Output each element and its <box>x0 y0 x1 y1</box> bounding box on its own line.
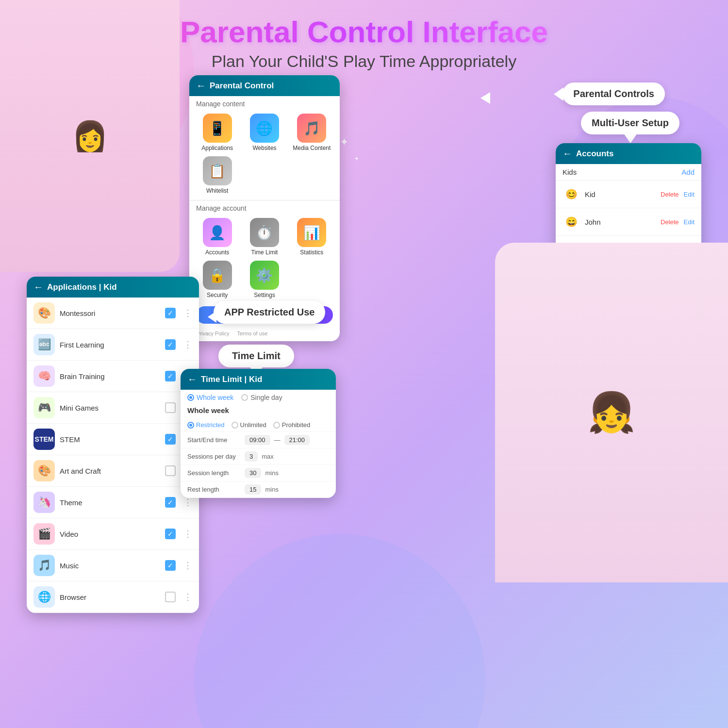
restricted-option[interactable]: Restricted <box>187 421 225 429</box>
braintraining-name: Brain Training <box>60 372 160 381</box>
tab-whole-week[interactable]: Whole week <box>187 394 233 401</box>
john-actions: Delete Edit <box>661 218 695 226</box>
restriction-radio-group: Restricted Unlimited Prohibited <box>187 421 310 429</box>
artcraft-checkbox[interactable] <box>165 465 176 476</box>
websites-label: Websites <box>252 145 276 151</box>
app-item-browser: 🌐 Browser ⋮ <box>27 581 199 613</box>
artcraft-name: Art and Craft <box>60 467 160 475</box>
minigames-name: Mini Games <box>60 404 160 412</box>
icon-item-security[interactable]: 🔒 Security <box>196 261 238 298</box>
artcraft-icon: 🎨 <box>33 460 55 481</box>
icon-item-whitelist[interactable]: 📋 Whitelist <box>196 156 238 194</box>
websites-icon: 🌐 <box>250 114 279 143</box>
multi-user-callout: Multi-User Setup <box>581 112 679 134</box>
icon-item-websites[interactable]: 🌐 Websites <box>243 114 285 151</box>
multi-user-text: Multi-User Setup <box>592 117 669 128</box>
minigames-checkbox[interactable] <box>165 402 176 413</box>
kid-actions: Delete Edit <box>661 191 695 198</box>
session-length-value[interactable]: 30 <box>245 468 261 478</box>
sessions-unit: max <box>262 453 274 460</box>
media-icon: 🎵 <box>297 114 326 143</box>
unlimited-option[interactable]: Unlimited <box>232 421 266 429</box>
back-arrow-icon[interactable]: ← <box>196 80 206 91</box>
add-kid-button[interactable]: Add <box>681 168 695 176</box>
app-item-firstlearning: 🔤 First Learning ✓ ⋮ <box>27 329 199 361</box>
end-time-value[interactable]: 21:00 <box>284 435 310 445</box>
theme-more[interactable]: ⋮ <box>183 497 192 508</box>
sessions-label: Sessions per day <box>187 453 241 460</box>
montessori-checkbox[interactable]: ✓ <box>165 308 176 318</box>
timelimit-back-arrow[interactable]: ← <box>187 374 197 385</box>
tl-rest-length-row: Rest length 15 mins <box>181 481 336 498</box>
accounts-header: ← Accounts <box>556 143 701 164</box>
apps-title: Applications | Kid <box>47 282 117 292</box>
timelimit-tabs: Whole week Single day <box>181 390 336 405</box>
video-checkbox[interactable]: ✓ <box>165 529 176 539</box>
terms-link[interactable]: Terms of use <box>237 331 267 336</box>
kid-edit-button[interactable]: Edit <box>684 191 695 198</box>
manage-account-label: Manage account <box>189 200 340 214</box>
parental-control-title: Parental Control <box>210 81 274 91</box>
parental-controls-text: Parental Controls <box>573 88 654 99</box>
tl-start-end-row: Start/End time 09:00 — 21:00 <box>181 432 336 448</box>
statistics-label: Statistics <box>300 249 323 256</box>
whitelist-label: Whitelist <box>206 187 228 194</box>
icon-item-timelimit[interactable]: ⏱️ Time Limit <box>243 218 285 256</box>
montessori-more[interactable]: ⋮ <box>183 308 192 318</box>
kids-header-row: Kids Add <box>556 164 701 181</box>
privacy-policy-link[interactable]: Privacy Policy <box>196 331 229 336</box>
app-restricted-callout: APP Restricted Use <box>214 301 325 324</box>
music-more[interactable]: ⋮ <box>183 560 192 571</box>
statistics-icon: 📊 <box>297 218 326 247</box>
parental-controls-callout: Parental Controls <box>563 83 665 105</box>
restricted-radio[interactable] <box>187 422 194 429</box>
rest-length-unit: mins <box>265 486 278 493</box>
firstlearning-more[interactable]: ⋮ <box>183 339 192 350</box>
icon-item-accounts[interactable]: 👤 Accounts <box>196 218 238 256</box>
accounts-back-arrow[interactable]: ← <box>563 148 572 159</box>
apps-back-arrow[interactable]: ← <box>33 281 43 293</box>
rest-length-label: Rest length <box>187 486 241 493</box>
sessions-value[interactable]: 3 <box>245 451 258 462</box>
account-item-kid: 😊 Kid Delete Edit <box>556 181 701 208</box>
video-name: Video <box>60 530 160 538</box>
browser-checkbox[interactable] <box>165 592 176 602</box>
mother-image: 👩 <box>0 0 180 272</box>
browser-more[interactable]: ⋮ <box>183 592 192 602</box>
session-length-unit: mins <box>265 469 278 477</box>
prohibited-option[interactable]: Prohibited <box>273 421 311 429</box>
theme-icon: 🦄 <box>33 492 55 513</box>
music-checkbox[interactable]: ✓ <box>165 560 176 571</box>
theme-checkbox[interactable]: ✓ <box>165 497 176 508</box>
timelimit-label: Time Limit <box>251 249 278 256</box>
firstlearning-checkbox[interactable]: ✓ <box>165 339 176 350</box>
rest-length-value[interactable]: 15 <box>245 484 261 495</box>
tab-single-day[interactable]: Single day <box>241 394 282 401</box>
stem-checkbox[interactable]: ✓ <box>165 434 176 445</box>
kid-delete-button[interactable]: Delete <box>661 191 679 198</box>
john-edit-button[interactable]: Edit <box>684 218 695 226</box>
icon-item-statistics[interactable]: 📊 Statistics <box>291 218 333 256</box>
settings-icon: ⚙️ <box>250 261 279 290</box>
theme-name: Theme <box>60 498 160 507</box>
app-restricted-text: APP Restricted Use <box>224 307 314 317</box>
child-image: 👧 <box>495 243 728 582</box>
prohibited-radio[interactable] <box>273 422 280 429</box>
tl-sessions-row: Sessions per day 3 max <box>181 448 336 465</box>
video-more[interactable]: ⋮ <box>183 529 192 539</box>
john-avatar: 😄 <box>563 213 580 231</box>
stem-name: STEM <box>60 435 160 444</box>
john-delete-button[interactable]: Delete <box>661 218 679 226</box>
start-time-value[interactable]: 09:00 <box>245 435 270 445</box>
whole-week-radio[interactable] <box>187 394 194 401</box>
app-item-montessori: 🎨 Montessori ✓ ⋮ <box>27 298 199 329</box>
unlimited-radio[interactable] <box>232 422 238 429</box>
accounts-icon: 👤 <box>203 218 232 247</box>
icon-item-applications[interactable]: 📱 Applications <box>196 114 238 151</box>
braintraining-checkbox[interactable]: ✓ <box>165 371 176 381</box>
single-day-radio[interactable] <box>241 394 248 401</box>
icon-item-media[interactable]: 🎵 Media Content <box>291 114 333 151</box>
montessori-name: Montessori <box>60 309 160 317</box>
icon-item-settings[interactable]: ⚙️ Settings <box>243 261 285 298</box>
firstlearning-icon: 🔤 <box>33 334 55 355</box>
